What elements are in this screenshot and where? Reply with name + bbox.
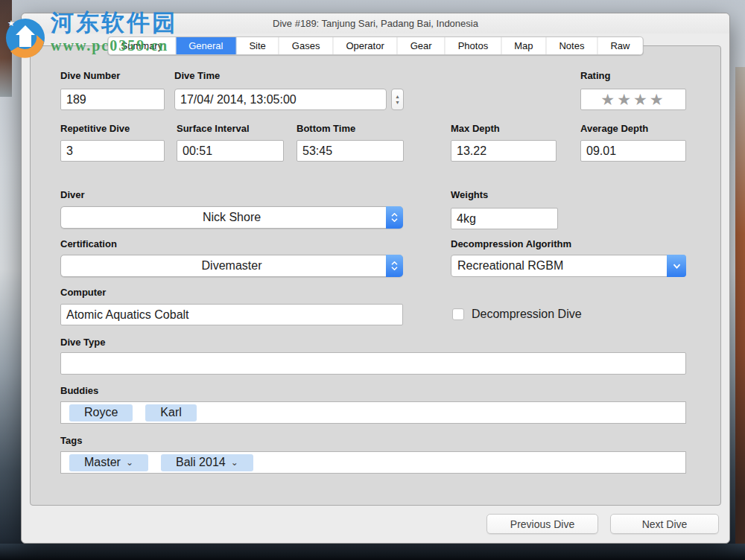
dive-time-input[interactable]: [174, 89, 387, 110]
bottom-time-input[interactable]: [297, 140, 404, 162]
dive-number-label: Dive Number: [60, 70, 120, 81]
surface-interval-input[interactable]: [177, 140, 284, 162]
decompression-dive-label: Decompression Dive: [472, 308, 582, 321]
decompression-algorithm-value: Recreational RGBM: [457, 259, 563, 273]
diver-label: Diver: [60, 189, 85, 200]
tab-gear[interactable]: Gear: [398, 37, 446, 54]
tab-photos[interactable]: Photos: [446, 37, 501, 54]
tags-field[interactable]: Master ⌄ Bali 2014 ⌄: [60, 451, 686, 474]
tag-token-label: Bali 2014: [176, 456, 226, 469]
decompression-algorithm-label: Decompression Algorithm: [451, 238, 571, 249]
decompression-algorithm-combo[interactable]: Recreational RGBM: [451, 255, 686, 277]
rating-field[interactable]: ★★★★: [580, 89, 686, 110]
wallpaper-rock-right: [735, 67, 745, 544]
repetitive-dive-input[interactable]: [60, 140, 165, 162]
repetitive-dive-label: Repetitive Dive: [60, 123, 130, 134]
buddies-field[interactable]: Royce Karl: [60, 401, 686, 424]
tab-site[interactable]: Site: [236, 37, 279, 54]
rating-label: Rating: [580, 70, 610, 81]
max-depth-label: Max Depth: [451, 123, 500, 134]
tab-general[interactable]: General: [176, 37, 236, 54]
next-dive-button[interactable]: Next Dive: [610, 514, 719, 534]
tag-token[interactable]: Master ⌄: [69, 454, 148, 471]
diver-popup-value: Nick Shore: [203, 211, 261, 224]
tab-summary[interactable]: Summary: [109, 37, 177, 54]
dive-number-input[interactable]: [60, 89, 165, 110]
chevron-down-icon[interactable]: ⌄: [126, 459, 133, 466]
weights-input[interactable]: [451, 208, 558, 229]
tag-token[interactable]: Bali 2014 ⌄: [161, 454, 253, 471]
app-window: Dive #189: Tanjung Sari, Padang Bai, Ind…: [21, 13, 730, 544]
tab-map[interactable]: Map: [501, 37, 546, 54]
certification-popup-value: Divemaster: [202, 259, 262, 273]
chevron-down-icon[interactable]: [667, 255, 686, 277]
decompression-dive-checkbox[interactable]: [452, 308, 464, 320]
computer-input[interactable]: [60, 304, 403, 325]
diver-popup[interactable]: Nick Shore: [60, 206, 403, 229]
window-titlebar[interactable]: Dive #189: Tanjung Sari, Padang Bai, Ind…: [22, 13, 729, 34]
certification-label: Certification: [60, 238, 117, 249]
buddy-token-label: Royce: [84, 406, 118, 419]
wallpaper-rock-bottom: [0, 544, 745, 560]
surface-interval-label: Surface Interval: [177, 123, 250, 134]
dive-time-stepper[interactable]: ▴ ▾: [391, 89, 404, 110]
buddies-label: Buddies: [60, 385, 98, 396]
wallpaper-rock-left: [0, 0, 12, 97]
weights-label: Weights: [451, 189, 488, 200]
average-depth-input[interactable]: [580, 140, 686, 162]
popup-up-down-icon[interactable]: [386, 206, 403, 229]
tab-operator[interactable]: Operator: [333, 37, 397, 54]
tab-bar: Summary General Site Gases Operator Gear…: [108, 36, 644, 55]
chevron-down-icon[interactable]: ⌄: [231, 459, 238, 466]
computer-label: Computer: [60, 287, 106, 298]
buddy-token-label: Karl: [160, 406, 181, 419]
stepper-up-icon[interactable]: ▴: [396, 94, 399, 99]
buddy-token[interactable]: Karl: [145, 404, 196, 421]
window-title: Dive #189: Tanjung Sari, Padang Bai, Ind…: [273, 18, 478, 29]
dive-time-label: Dive Time: [174, 70, 220, 81]
certification-popup[interactable]: Divemaster: [60, 255, 403, 277]
buddy-token[interactable]: Royce: [69, 404, 133, 421]
dive-type-input[interactable]: [60, 352, 686, 375]
tab-raw[interactable]: Raw: [597, 37, 642, 54]
tab-gases[interactable]: Gases: [279, 37, 334, 54]
popup-up-down-icon[interactable]: [386, 255, 403, 277]
previous-dive-button[interactable]: Previous Dive: [486, 514, 598, 534]
average-depth-label: Average Depth: [580, 123, 648, 134]
tab-notes[interactable]: Notes: [546, 37, 597, 54]
dive-type-label: Dive Type: [60, 337, 105, 348]
general-tab-panel: Dive Number Dive Time ▴ ▾ Rating ★★★★ Re…: [30, 45, 721, 506]
stepper-down-icon[interactable]: ▾: [396, 100, 399, 105]
star-rating-icon[interactable]: ★★★★: [600, 92, 665, 107]
tags-label: Tags: [60, 435, 82, 446]
bottom-time-label: Bottom Time: [297, 123, 355, 134]
max-depth-input[interactable]: [451, 140, 557, 162]
tag-token-label: Master: [84, 456, 121, 469]
